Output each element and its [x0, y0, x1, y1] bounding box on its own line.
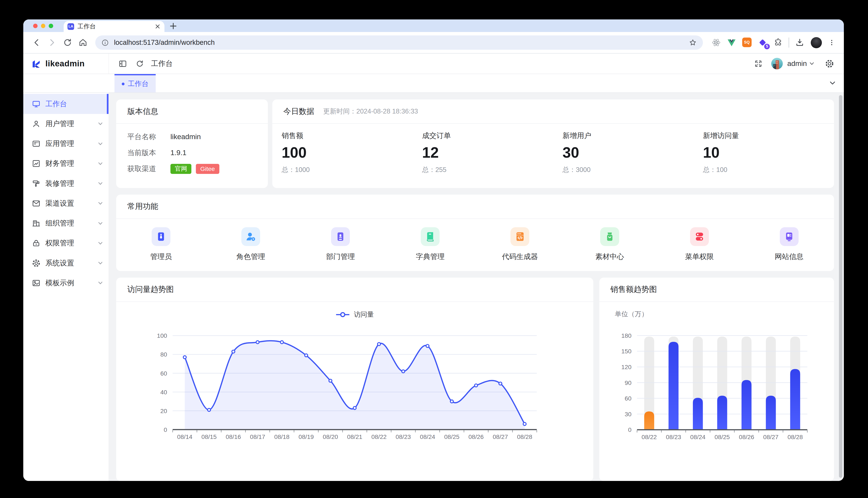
- svg-text:08/18: 08/18: [274, 433, 290, 440]
- quick-item-siteinfo[interactable]: 网站信息: [744, 227, 834, 262]
- version-row: 当前版本1.9.1: [127, 147, 257, 158]
- address-bar[interactable]: localhost:5173/admin/workbench: [95, 36, 703, 50]
- dict-icon: [421, 227, 439, 246]
- sidebar-item-label: 装修管理: [45, 179, 98, 188]
- brand-area: likeadmin: [23, 54, 109, 74]
- browser-profile-avatar[interactable]: [811, 37, 822, 48]
- svg-text:08/17: 08/17: [250, 433, 265, 440]
- vue-devtools-icon[interactable]: [727, 38, 737, 48]
- reload-icon[interactable]: [63, 38, 73, 48]
- version-row-channels: 获取渠道官网Gitee: [127, 163, 257, 174]
- sidebar-item-decoration[interactable]: 装修管理: [23, 173, 109, 193]
- sidebar-item-application[interactable]: 应用管理: [23, 134, 109, 154]
- sidebar-item-label: 财务管理: [45, 159, 98, 168]
- chevron-down-icon: [98, 141, 103, 147]
- channel-link-官网[interactable]: 官网: [170, 164, 191, 174]
- extension-badge: 5: [764, 44, 770, 49]
- diamond-extension-icon[interactable]: 5: [757, 38, 768, 48]
- sidebar-item-template[interactable]: 模板示例: [23, 273, 109, 293]
- stat-label: 成交订单: [422, 131, 553, 141]
- main-area: 工作台 用户管理 应用管理 财务管理 装修管理 渠道设置 组织管理 权限管理 系…: [23, 93, 844, 481]
- quick-item-dict[interactable]: 字典管理: [385, 227, 475, 262]
- close-window-button[interactable]: [33, 24, 38, 28]
- quick-item-role[interactable]: 角色管理: [206, 227, 296, 262]
- extensions-puzzle-icon[interactable]: [773, 38, 783, 48]
- lock-icon: [32, 239, 40, 247]
- settings-gear-icon[interactable]: [825, 59, 834, 68]
- active-tab-dot: [122, 82, 125, 86]
- app-header: likeadmin 工作台 admin: [23, 54, 844, 74]
- refresh-page-icon[interactable]: [136, 60, 144, 68]
- svg-text:08/27: 08/27: [493, 433, 508, 440]
- quick-item-admin[interactable]: 管理员: [116, 227, 206, 262]
- chevron-down-icon: [98, 280, 103, 286]
- chart-legend[interactable]: 访问量: [116, 309, 593, 321]
- fullscreen-icon[interactable]: [754, 60, 763, 68]
- svg-text:60: 60: [161, 370, 167, 377]
- menu-kebab-icon[interactable]: [828, 38, 835, 48]
- zoom-window-button[interactable]: [49, 24, 53, 28]
- stat-block: 成交订单 12 总：255: [413, 124, 553, 174]
- page-tab-workbench[interactable]: 工作台: [114, 74, 156, 92]
- sidebar-item-channel[interactable]: 渠道设置: [23, 194, 109, 213]
- page-scrollbar[interactable]: [839, 95, 842, 478]
- svg-text:08/28: 08/28: [517, 433, 532, 440]
- stat-label: 新增访问量: [703, 131, 834, 141]
- dept-icon: [331, 227, 350, 246]
- toolbar-divider: [789, 38, 789, 48]
- tab-close-icon[interactable]: [155, 24, 161, 29]
- quick-item-material[interactable]: 素材中心: [565, 227, 654, 262]
- stat-total: 总：1000: [282, 165, 413, 174]
- stat-label: 销售额: [282, 131, 413, 141]
- menuperm-icon: [690, 227, 709, 246]
- bookmark-star-icon[interactable]: [688, 38, 697, 47]
- new-tab-button[interactable]: [169, 22, 177, 30]
- chevron-down-icon: [98, 260, 103, 266]
- quick-item-menuperm[interactable]: 菜单权限: [655, 227, 744, 262]
- sq-extension-icon[interactable]: SQ: [742, 38, 752, 48]
- quick-item-dept[interactable]: 部门管理: [296, 227, 385, 262]
- sidebar-item-user[interactable]: 用户管理: [23, 114, 109, 134]
- sidebar-item-settings[interactable]: 系统设置: [23, 253, 109, 273]
- svg-text:08/20: 08/20: [323, 433, 338, 440]
- sidebar-item-label: 权限管理: [45, 238, 98, 248]
- collapse-sidebar-icon[interactable]: [118, 59, 127, 68]
- today-card-title: 今日数据: [283, 106, 315, 117]
- sidebar-item-workbench[interactable]: 工作台: [23, 94, 109, 114]
- svg-text:30: 30: [625, 411, 631, 418]
- tab-title: 工作台: [78, 23, 155, 30]
- tab-list-dropdown-icon[interactable]: [829, 80, 836, 87]
- svg-text:08/19: 08/19: [298, 433, 314, 440]
- chevron-down-icon: [809, 61, 815, 66]
- svg-text:20: 20: [161, 407, 167, 414]
- sidebar-item-label: 模板示例: [45, 278, 98, 288]
- browser-toolbar: localhost:5173/admin/workbench SQ 5: [23, 32, 844, 54]
- chevron-down-icon: [98, 161, 103, 167]
- page-content: 版本信息 平台名称likeadmin当前版本1.9.1获取渠道官网Gitee 今…: [109, 93, 844, 481]
- quick-item-label: 素材中心: [595, 252, 624, 262]
- username[interactable]: admin: [787, 60, 807, 68]
- back-icon[interactable]: [31, 38, 42, 48]
- forward-icon[interactable]: [47, 38, 57, 48]
- sidebar-item-finance[interactable]: 财务管理: [23, 154, 109, 173]
- site-info-icon[interactable]: [101, 39, 109, 47]
- quick-item-codegen[interactable]: 代码生成器: [475, 227, 565, 262]
- stat-total: 总：3000: [563, 165, 693, 174]
- sidebar-item-permission[interactable]: 权限管理: [23, 233, 109, 253]
- user-avatar[interactable]: [771, 58, 783, 69]
- sales-trend-card: 销售额趋势图 单位（万） 030609012015018008/2208/230…: [599, 278, 834, 481]
- url-text[interactable]: localhost:5173/admin/workbench: [114, 39, 689, 47]
- minimize-window-button[interactable]: [41, 24, 46, 28]
- quick-item-label: 部门管理: [326, 252, 355, 262]
- svg-text:120: 120: [621, 364, 631, 370]
- page-tab-bar: 工作台: [23, 74, 844, 93]
- chevron-down-icon: [98, 200, 103, 206]
- y-axis-unit-label: 单位（万）: [615, 310, 834, 318]
- channel-link-Gitee[interactable]: Gitee: [196, 164, 219, 174]
- home-icon[interactable]: [78, 38, 88, 48]
- react-devtools-icon[interactable]: [711, 38, 721, 48]
- browser-tab[interactable]: LA 工作台: [64, 21, 164, 32]
- sidebar-item-organization[interactable]: 组织管理: [23, 213, 109, 233]
- svg-text:80: 80: [161, 351, 167, 358]
- download-icon[interactable]: [795, 38, 805, 48]
